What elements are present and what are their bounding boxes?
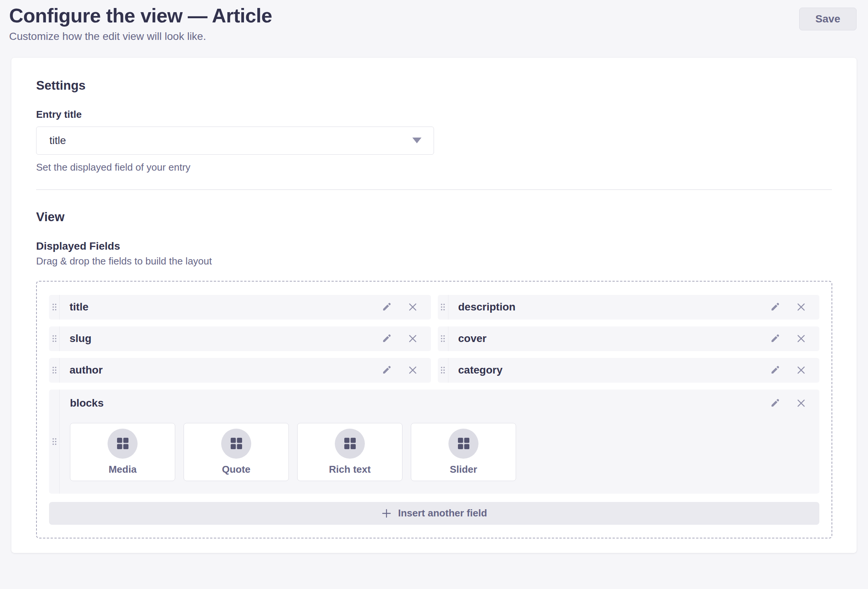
remove-field-button[interactable]	[796, 398, 806, 408]
fields-grid: title description	[49, 295, 819, 494]
component-card-quote[interactable]: Quote	[184, 423, 289, 481]
field-card-category: category	[438, 358, 820, 383]
field-actions	[769, 397, 806, 409]
component-card-rich-text[interactable]: Rich text	[297, 423, 402, 481]
drag-handle-icon	[440, 303, 445, 311]
pencil-icon	[381, 333, 392, 344]
pencil-icon	[769, 301, 781, 313]
plus-icon	[381, 508, 392, 519]
edit-field-button[interactable]	[381, 364, 392, 376]
view-heading: View	[36, 210, 832, 224]
settings-section: Settings Entry title title Set the displ…	[36, 78, 832, 173]
entry-title-select[interactable]: title	[36, 127, 434, 155]
close-icon	[796, 365, 806, 375]
blocks-content: blocks	[60, 390, 819, 494]
components-row: Media Quote	[70, 423, 806, 481]
settings-heading: Settings	[36, 78, 832, 93]
field-label: author	[70, 364, 103, 376]
edit-field-button[interactable]	[769, 333, 781, 344]
pencil-icon	[769, 333, 781, 344]
drag-handle[interactable]	[49, 295, 60, 320]
edit-field-button[interactable]	[769, 364, 781, 376]
grid-icon	[230, 437, 243, 450]
chevron-down-icon	[412, 138, 421, 143]
remove-field-button[interactable]	[796, 365, 806, 375]
field-label: category	[458, 364, 503, 376]
component-label: Rich text	[329, 464, 371, 475]
grid-icon	[343, 437, 357, 450]
field-card-description: description	[438, 295, 820, 320]
entry-title-select-value: title	[49, 135, 66, 147]
insert-another-field-label: Insert another field	[398, 507, 487, 519]
component-circle	[335, 429, 365, 459]
grid-icon	[116, 437, 130, 450]
pencil-icon	[769, 364, 781, 376]
field-label: cover	[458, 332, 487, 345]
entry-title-hint: Set the displayed field of your entry	[36, 162, 832, 173]
section-divider	[36, 189, 832, 190]
component-circle	[221, 429, 251, 459]
remove-field-button[interactable]	[407, 333, 418, 344]
main-card: Settings Entry title title Set the displ…	[11, 58, 857, 553]
configure-view-page: Configure the view — Article Customize h…	[0, 0, 868, 553]
field-label: blocks	[70, 397, 104, 409]
component-card-slider[interactable]: Slider	[411, 423, 516, 481]
view-section: View Displayed Fields Drag & drop the fi…	[36, 210, 832, 538]
edit-field-button[interactable]	[381, 333, 392, 344]
field-label: description	[458, 301, 516, 313]
entry-title-group: Entry title title Set the displayed fiel…	[36, 109, 832, 173]
close-icon	[407, 333, 418, 344]
component-circle	[108, 429, 138, 459]
page-subtitle: Customize how the edit view will look li…	[9, 30, 272, 43]
drag-handle[interactable]	[438, 295, 448, 320]
displayed-fields-title: Displayed Fields	[36, 240, 832, 252]
field-card-title: title	[49, 295, 431, 320]
close-icon	[407, 365, 418, 375]
close-icon	[796, 398, 806, 408]
remove-field-button[interactable]	[796, 333, 806, 344]
edit-field-button[interactable]	[769, 397, 781, 409]
field-actions	[381, 364, 431, 376]
drag-handle[interactable]	[49, 390, 60, 494]
close-icon	[407, 302, 418, 312]
field-card-slug: slug	[49, 326, 431, 351]
component-label: Media	[109, 464, 137, 475]
drag-handle-icon	[52, 334, 57, 343]
page-header: Configure the view — Article Customize h…	[0, 0, 868, 43]
pencil-icon	[381, 301, 392, 313]
blocks-header: blocks	[70, 397, 806, 409]
drag-handle-icon	[440, 334, 445, 343]
close-icon	[796, 302, 806, 312]
drag-handle-icon	[52, 437, 57, 446]
field-card-author: author	[49, 358, 431, 383]
field-actions	[769, 333, 819, 344]
field-label: title	[70, 301, 89, 313]
field-label: slug	[70, 332, 92, 345]
field-actions	[381, 301, 431, 313]
drag-handle-icon	[52, 366, 57, 374]
save-button[interactable]: Save	[799, 8, 857, 30]
remove-field-button[interactable]	[407, 365, 418, 375]
close-icon	[796, 333, 806, 344]
page-header-text: Configure the view — Article Customize h…	[9, 5, 272, 43]
remove-field-button[interactable]	[796, 302, 806, 312]
drag-handle[interactable]	[438, 326, 448, 351]
pencil-icon	[381, 364, 392, 376]
edit-field-button[interactable]	[769, 301, 781, 313]
grid-icon	[457, 437, 470, 450]
drag-handle[interactable]	[49, 326, 60, 351]
field-actions	[769, 364, 819, 376]
insert-another-field-button[interactable]: Insert another field	[49, 502, 819, 525]
entry-title-label: Entry title	[36, 109, 832, 120]
field-actions	[769, 301, 819, 313]
displayed-fields-hint: Drag & drop the fields to build the layo…	[36, 255, 832, 267]
remove-field-button[interactable]	[407, 302, 418, 312]
drag-handle[interactable]	[438, 358, 448, 383]
component-card-media[interactable]: Media	[70, 423, 175, 481]
edit-field-button[interactable]	[381, 301, 392, 313]
component-label: Slider	[450, 464, 477, 475]
drag-handle[interactable]	[49, 358, 60, 383]
field-actions	[381, 333, 431, 344]
pencil-icon	[769, 397, 781, 409]
component-circle	[448, 429, 478, 459]
